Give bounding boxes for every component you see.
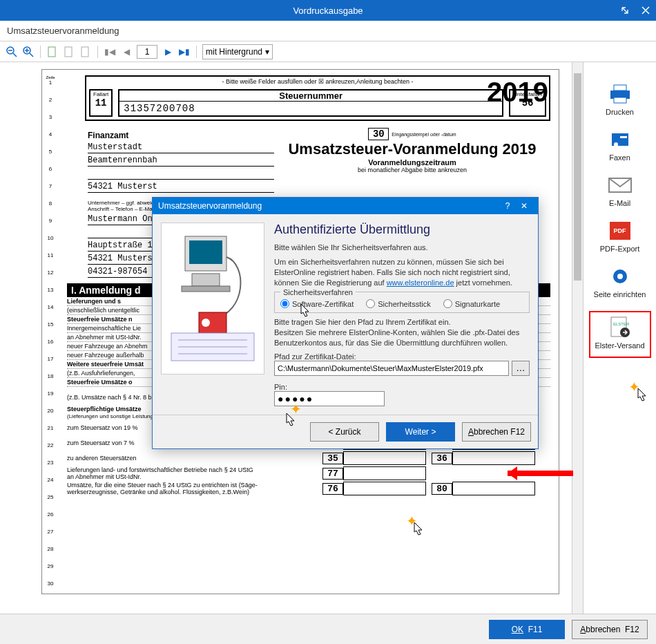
- printer-icon: [606, 83, 634, 105]
- subheader: Umsatzsteuervoranmeldung: [0, 21, 656, 41]
- svg-point-14: [614, 142, 618, 146]
- close-icon[interactable]: [635, 0, 656, 21]
- form-top-hint: - Bitte weiße Felder ausfüllen oder ☒ an…: [86, 77, 549, 86]
- chevron-down-icon: ▾: [265, 47, 269, 57]
- page-number-input[interactable]: [137, 45, 157, 59]
- next-button[interactable]: Weiter >: [386, 422, 455, 442]
- form-title: Umsatzsteuer-Voranmeldung 2019: [274, 140, 550, 158]
- dialog-titlebar: Umsatzsteuervoranmeldung ? ✕: [153, 198, 538, 214]
- svg-rect-7: [48, 47, 55, 57]
- page-icon[interactable]: [46, 46, 59, 58]
- pdf-export-button[interactable]: PDF PDF-Export: [589, 220, 651, 253]
- next-page-icon[interactable]: ▶: [162, 46, 174, 58]
- elster-send-button[interactable]: ELSTER Elster-Versand: [589, 311, 651, 358]
- dialog-cancel-button[interactable]: Abbrechen F12: [462, 422, 531, 442]
- page-icon-3[interactable]: [79, 46, 92, 58]
- pin-input[interactable]: [274, 391, 385, 406]
- svg-rect-8: [65, 47, 72, 57]
- attention-arrow-2: [508, 463, 583, 484]
- popout-icon[interactable]: [615, 0, 635, 21]
- browse-button[interactable]: …: [512, 361, 530, 376]
- svg-line-1: [13, 53, 17, 57]
- pdf-icon: PDF: [606, 220, 634, 242]
- svg-rect-25: [189, 240, 222, 264]
- first-page-icon[interactable]: ▮◀: [104, 46, 116, 58]
- fax-icon: [606, 129, 634, 151]
- svg-rect-23: [508, 471, 573, 476]
- form-year: 2019: [487, 77, 548, 108]
- background-select[interactable]: mit Hintergrund ▾: [202, 44, 273, 59]
- dialog-close-icon[interactable]: ✕: [516, 201, 532, 211]
- svg-rect-9: [81, 47, 88, 57]
- fax-button[interactable]: Faxen: [589, 129, 651, 162]
- line-numbers: Zeile for(let i=1;i<=30;i++)document.wri…: [42, 75, 59, 594]
- print-button[interactable]: Drucken: [589, 83, 651, 116]
- bottom-button-bar: OK F11 Abbrechen F12: [0, 614, 656, 644]
- cert-path-input[interactable]: [274, 361, 509, 376]
- page-setup-button[interactable]: Seite einrichten: [589, 265, 651, 299]
- radio-software-cert[interactable]: Software-Zertifikat: [280, 299, 354, 308]
- help-icon[interactable]: ?: [499, 201, 516, 211]
- envelope-icon: [606, 174, 634, 196]
- email-button[interactable]: E-Mail: [589, 174, 651, 207]
- security-method-fieldset: Sicherheitsverfahren Software-Zertifikat…: [274, 292, 530, 313]
- window-titlebar: Vordruckausgabe: [0, 0, 656, 21]
- back-button[interactable]: < Zurück: [310, 422, 379, 442]
- cancel-button[interactable]: Abbrechen F12: [572, 620, 648, 639]
- dialog-illustration: [161, 222, 264, 375]
- gear-icon: [606, 265, 634, 287]
- dialog-heading: Authentifizierte Übermittlung: [274, 222, 530, 237]
- prev-page-icon[interactable]: ◀: [120, 46, 133, 58]
- action-sidebar: Drucken Faxen E-Mail PDF PDF-Export Seit…: [583, 62, 656, 614]
- radio-signature-card[interactable]: Signaturkarte: [443, 299, 500, 308]
- fallart-value: 11: [93, 97, 108, 108]
- window-title: Vordruckausgabe: [293, 6, 363, 16]
- steuernummer-value: 31357200708: [119, 102, 502, 115]
- zoom-out-icon[interactable]: [6, 46, 18, 58]
- svg-rect-11: [614, 85, 626, 91]
- toolbar: ▮◀ ◀ ▶ ▶▮ mit Hintergrund ▾: [0, 41, 656, 62]
- elster-icon: ELSTER: [606, 316, 634, 339]
- auth-dialog: Umsatzsteuervoranmeldung ? ✕ Authentifiz…: [152, 197, 539, 449]
- svg-rect-15: [620, 136, 627, 138]
- vertical-scrollbar[interactable]: [572, 62, 583, 614]
- subheader-text: Umsatzsteuervoranmeldung: [7, 26, 119, 36]
- svg-point-29: [202, 319, 210, 327]
- svg-point-18: [617, 274, 623, 279]
- elsteronline-link[interactable]: www.elsteronline.de: [387, 278, 454, 287]
- ok-button[interactable]: OK F11: [489, 620, 565, 639]
- radio-security-stick[interactable]: Sicherheitsstick: [366, 299, 430, 308]
- zoom-in-icon[interactable]: [22, 46, 35, 58]
- svg-line-4: [30, 53, 33, 57]
- page-icon-2[interactable]: [63, 46, 75, 58]
- svg-rect-12: [614, 97, 626, 103]
- svg-rect-27: [182, 286, 230, 292]
- svg-text:ELSTER: ELSTER: [613, 322, 630, 326]
- last-page-icon[interactable]: ▶▮: [178, 46, 191, 58]
- svg-rect-26: [192, 274, 220, 286]
